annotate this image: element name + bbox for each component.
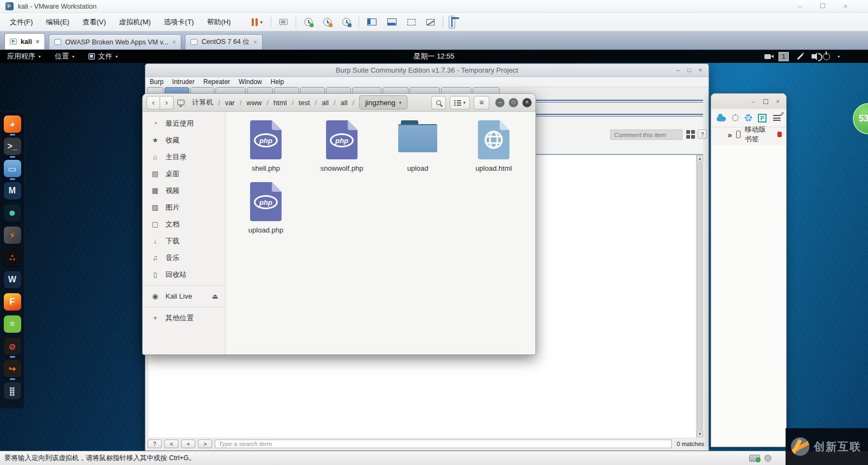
dock-app-icon[interactable]: ≡ <box>4 315 21 333</box>
forward-button[interactable]: › <box>160 96 174 109</box>
dock-item[interactable]: ↪ <box>4 360 21 380</box>
cloud-sync-icon[interactable] <box>717 117 726 121</box>
power-icon[interactable] <box>823 53 830 60</box>
sidebar-item[interactable]: ⌂ 主目录 <box>143 148 225 165</box>
path-segment[interactable]: all <box>322 99 329 107</box>
sidebar-item[interactable]: ▨ 图片 <box>143 199 225 216</box>
dock-app-icon[interactable]: ⚡ <box>4 227 21 244</box>
vertical-scrollbar[interactable]: ▲ ▼ <box>696 155 703 437</box>
comment-input[interactable] <box>610 130 682 140</box>
close-button[interactable]: × <box>776 99 780 105</box>
dock-app-icon[interactable]: F <box>4 293 21 311</box>
file-item[interactable]: php <box>228 180 304 242</box>
dock-app-icon[interactable]: ⣿ <box>4 382 21 399</box>
toggle-thumbnail-bar-button[interactable] <box>385 17 399 27</box>
dock-app-icon[interactable]: M <box>4 182 21 199</box>
files-menu[interactable]: 文件 ▾ <box>81 50 125 63</box>
maximize-button[interactable] <box>763 99 768 104</box>
file-item[interactable]: php <box>304 118 380 180</box>
path-segment[interactable]: www <box>246 99 261 107</box>
dock-item[interactable]: ∴ <box>4 249 21 269</box>
notification-badge[interactable]: 53 <box>853 103 868 134</box>
dock-item[interactable]: ≡ <box>4 315 21 335</box>
close-button[interactable]: × <box>699 67 702 73</box>
panel-clock[interactable]: 星期一 12:55 <box>0 51 868 61</box>
path-segment[interactable]: html <box>273 99 287 107</box>
close-button[interactable]: × <box>844 3 847 10</box>
dock-app-icon[interactable]: ▭ <box>4 160 21 177</box>
dock-app-icon[interactable]: >_ <box>4 138 21 155</box>
current-folder-button[interactable]: jingzheng ▾ <box>359 95 407 109</box>
path-segment[interactable]: test <box>298 99 310 107</box>
menu-item[interactable]: 虚拟机(M) <box>112 15 157 30</box>
app-menu-button[interactable]: ≡ <box>474 96 489 109</box>
vm-tab[interactable]: OWASP Broken Web Apps VM v... × <box>49 34 182 49</box>
search-add-button[interactable]: + <box>181 440 195 448</box>
take-snapshot-button[interactable] <box>302 16 315 28</box>
bookmark-favicon[interactable] <box>777 132 782 137</box>
search-input[interactable] <box>215 440 672 448</box>
vm-tab[interactable]: CentOS 7 64 位 × <box>185 34 262 49</box>
scroll-up-icon[interactable]: ▲ <box>697 155 703 162</box>
applications-menu[interactable]: 应用程序 ▾ <box>0 50 48 63</box>
scrollbar-thumb[interactable] <box>697 163 703 430</box>
grid-icon[interactable] <box>686 130 695 139</box>
browser-titlebar[interactable]: – × <box>711 94 786 109</box>
view-options-button[interactable]: ▾ <box>450 96 470 109</box>
minimize-button[interactable]: – <box>798 3 802 10</box>
minimize-button[interactable]: – <box>751 99 755 105</box>
search-help-button[interactable]: ? <box>148 440 162 448</box>
sidebar-item[interactable]: ◔ 最近使用 <box>143 115 225 132</box>
chevron-down-icon[interactable]: ▾ <box>838 54 840 59</box>
dock-item[interactable]: >_ <box>4 138 21 158</box>
burp-menu-item[interactable]: Intruder <box>168 78 199 86</box>
sidebar-item[interactable]: ▯ 回收站 <box>143 266 225 283</box>
dock-item[interactable]: ▭ <box>4 160 21 180</box>
ctrl-alt-del-button[interactable] <box>277 17 290 27</box>
tab-close-icon[interactable]: × <box>253 39 257 46</box>
help-button[interactable]: ? <box>698 130 707 139</box>
unity-mode-button[interactable] <box>424 17 437 27</box>
refresh-icon[interactable] <box>732 114 739 121</box>
pen-icon[interactable] <box>797 53 803 60</box>
snapshot-manager-button[interactable] <box>340 16 353 28</box>
dock-item[interactable]: ◕ <box>4 115 21 135</box>
dock-app-icon[interactable]: ∴ <box>4 249 21 266</box>
burp-menu-item[interactable]: Repeater <box>199 78 234 86</box>
close-button[interactable]: × <box>522 98 532 107</box>
back-button[interactable]: ‹ <box>146 96 160 109</box>
file-item[interactable]: php <box>380 118 456 180</box>
dock-item[interactable]: ☻ <box>4 204 21 224</box>
sidebar-item-kali-live[interactable]: ◉ Kali Live ⏏ <box>143 288 225 305</box>
minimize-button[interactable]: – <box>676 67 680 73</box>
menu-item[interactable]: 文件(F) <box>3 15 40 30</box>
maximize-button[interactable]: □ <box>509 98 518 107</box>
extension-p-icon[interactable]: P <box>758 114 767 122</box>
mobile-bookmarks-label[interactable]: 移动版书签 <box>745 125 772 144</box>
menu-item[interactable]: 查看(V) <box>76 15 112 30</box>
file-manager-headerbar[interactable]: ‹ › 计算机 / var / www <box>143 94 535 112</box>
volume-icon[interactable] <box>812 54 815 59</box>
path-segment[interactable]: var <box>225 99 235 107</box>
dock-item[interactable]: W <box>4 271 21 291</box>
burp-menu-item[interactable]: Burp <box>145 78 168 86</box>
sidebar-item[interactable]: ▦ 视频 <box>143 182 225 199</box>
dock-item[interactable]: ⣿ <box>4 382 21 402</box>
dock-item[interactable]: ⚡ <box>4 227 21 247</box>
sidebar-item[interactable]: ▢ 文档 <box>143 216 225 232</box>
dock-app-icon[interactable]: ◕ <box>4 115 21 133</box>
minimize-button[interactable]: – <box>495 98 505 107</box>
maximize-button[interactable] <box>820 3 825 8</box>
sidebar-item[interactable]: ♫ 音乐 <box>143 249 225 266</box>
dock-item[interactable]: M <box>4 182 21 202</box>
path-root[interactable]: 计算机 <box>192 98 213 107</box>
burp-menu-item[interactable]: Help <box>266 78 289 86</box>
eject-icon[interactable]: ⏏ <box>212 293 218 300</box>
console-view-button[interactable] <box>449 16 455 29</box>
menu-item[interactable]: 帮助(H) <box>200 15 237 30</box>
sidebar-item-other-locations[interactable]: + 其他位置 <box>143 309 225 326</box>
burp-menu-item[interactable]: Window <box>234 78 266 86</box>
chevrons-icon[interactable]: » <box>727 130 732 139</box>
dock-item[interactable]: ⊘ <box>4 338 21 358</box>
dock-app-icon[interactable]: ⊘ <box>4 338 21 355</box>
